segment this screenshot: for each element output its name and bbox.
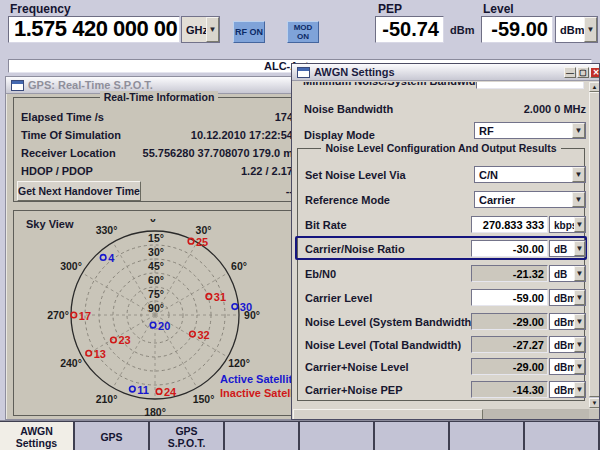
- row-label: Eb/N0: [305, 268, 336, 280]
- svg-text:45°: 45°: [148, 260, 164, 272]
- carrier-noise-pep-unit-select[interactable]: dBm ▼: [549, 381, 586, 398]
- row-label: Noise Level (System Bandwidth): [305, 316, 475, 328]
- noise-level-system-unit-select[interactable]: dBm ▼: [549, 313, 586, 330]
- restore-button[interactable]: ▢: [577, 67, 589, 78]
- softkey-tab-bar: AWGN Settings GPS GPS S.P.O.T.: [0, 420, 600, 450]
- tab-empty-4[interactable]: [450, 422, 523, 450]
- row-unit: dB: [554, 243, 567, 254]
- frequency-unit-select[interactable]: GHz ▼: [181, 16, 220, 43]
- awgn-dialog-content: Minimum Noise/System Bandwidth Ratio Noi…: [293, 82, 589, 408]
- svg-text:240°: 240°: [60, 357, 82, 369]
- awgn-dialog-title: AWGN Settings: [314, 66, 395, 78]
- tab-awgn-settings[interactable]: AWGN Settings: [0, 422, 73, 450]
- dropdown-arrow-icon[interactable]: ▼: [572, 123, 585, 138]
- row-label: Carrier+Noise PEP: [305, 384, 403, 396]
- dropdown-arrow-icon[interactable]: ▼: [574, 314, 585, 329]
- carrier-noise-level-field: -29.00: [471, 358, 548, 375]
- window-icon: [11, 80, 24, 91]
- carrier-noise-pep-field: -14.30: [471, 381, 548, 398]
- pep-value: -50.74: [376, 17, 443, 41]
- svg-text:150°: 150°: [193, 393, 215, 405]
- gps-spot-window: GPS: Real-Time S.P.O.T. Real-Time Inform…: [5, 76, 310, 420]
- awgn-settings-dialog: AWGN Settings — ▢ ✕ Minimum Noise/System…: [291, 63, 600, 420]
- frequency-display[interactable]: 1.575 420 000 00: [8, 16, 180, 43]
- carrier-level-field[interactable]: -59.00: [471, 289, 548, 306]
- close-button[interactable]: ✕: [590, 67, 600, 78]
- svg-text:15°: 15°: [148, 232, 164, 244]
- reference-mode-select[interactable]: Carrier ▼: [474, 191, 586, 208]
- carrier-noise-ratio-unit-select[interactable]: dB ▼: [549, 240, 586, 257]
- mod-on-button[interactable]: MOD ON: [287, 21, 319, 43]
- tab-empty-2[interactable]: [300, 422, 373, 450]
- dropdown-arrow-icon[interactable]: ▼: [574, 241, 585, 256]
- pep-display: -50.74: [375, 16, 444, 43]
- pep-label: PEP: [378, 2, 402, 16]
- level-unit: dBm: [560, 24, 584, 36]
- vertical-scroll-thumb[interactable]: [589, 92, 600, 397]
- display-mode-select[interactable]: RF ▼: [474, 122, 586, 139]
- svg-text:270°: 270°: [47, 309, 69, 321]
- row-label: Set Noise Level Via: [305, 169, 406, 181]
- tab-empty-5[interactable]: [525, 422, 598, 450]
- ebn0-unit-select[interactable]: dB ▼: [549, 265, 586, 282]
- scroll-down-icon[interactable]: ▼: [589, 398, 600, 408]
- svg-text:24: 24: [164, 386, 177, 398]
- level-value: -59.00: [482, 17, 552, 41]
- row-label: Bit Rate: [305, 219, 347, 231]
- level-display[interactable]: -59.00: [481, 16, 553, 43]
- realtime-info-title: Real-Time Information: [100, 91, 219, 103]
- tab-empty-3[interactable]: [375, 422, 448, 450]
- svg-text:90°: 90°: [148, 302, 164, 314]
- svg-text:4: 4: [108, 252, 115, 264]
- noise-bandwidth-label: Noise Bandwidth: [304, 103, 393, 115]
- horizontal-scroll-thumb[interactable]: [293, 409, 483, 420]
- info-row-value: 55.756280 37.708070 179.0 m: [143, 147, 293, 159]
- svg-text:23: 23: [118, 334, 130, 346]
- svg-text:17: 17: [79, 310, 91, 322]
- tab-gps[interactable]: GPS: [75, 422, 148, 450]
- dropdown-arrow-icon[interactable]: ▼: [572, 167, 585, 182]
- carrier-noise-ratio-field[interactable]: -30.00: [471, 240, 548, 257]
- dropdown-arrow-icon[interactable]: ▼: [572, 192, 585, 207]
- carrier-level-unit-select[interactable]: dBm ▼: [549, 289, 586, 306]
- display-mode-label: Display Mode: [304, 129, 375, 141]
- window-icon: [297, 67, 310, 78]
- tab-gps-spot[interactable]: GPS S.P.O.T.: [150, 422, 223, 450]
- dropdown-arrow-icon[interactable]: ▼: [574, 217, 585, 232]
- dropdown-arrow-icon[interactable]: ▼: [584, 17, 597, 42]
- row-value: C/N: [479, 169, 498, 181]
- dropdown-arrow-icon[interactable]: ▼: [574, 359, 585, 374]
- row-unit: dBm: [554, 384, 576, 395]
- rf-on-button[interactable]: RF ON: [233, 21, 265, 43]
- display-mode-value: RF: [479, 125, 494, 137]
- noise-level-total-field: -27.27: [471, 336, 548, 353]
- clipped-row-field[interactable]: [476, 82, 584, 89]
- row-label: Carrier Level: [305, 292, 372, 304]
- row-label: Carrier+Noise Level: [305, 361, 409, 373]
- row-value: Carrier: [479, 194, 515, 206]
- dropdown-arrow-icon[interactable]: ▼: [574, 266, 585, 281]
- level-unit-select[interactable]: dBm ▼: [555, 16, 598, 43]
- svg-text:25: 25: [196, 236, 208, 248]
- carrier-noise-level-unit-select[interactable]: dBm ▼: [549, 358, 586, 375]
- vertical-scrollbar[interactable]: ▲ ▼: [589, 82, 600, 408]
- tab-empty-1[interactable]: [225, 422, 298, 450]
- noise-level-system-field: -29.00: [471, 313, 548, 330]
- dropdown-arrow-icon[interactable]: ▼: [206, 17, 219, 42]
- gps-window-title: GPS: Real-Time S.P.O.T.: [28, 79, 153, 91]
- bit-rate-unit-select[interactable]: kbps ▼: [549, 216, 586, 233]
- noise-level-total-unit-select[interactable]: dBm ▼: [549, 336, 586, 353]
- frequency-value: 1.575 420 000 00: [9, 17, 179, 41]
- scroll-up-icon[interactable]: ▲: [589, 82, 600, 92]
- bit-rate-field[interactable]: 270.833 333: [471, 216, 548, 233]
- awgn-dialog-titlebar: AWGN Settings — ▢ ✕: [292, 64, 599, 81]
- get-next-handover-button[interactable]: Get Next Handover Time: [17, 181, 141, 201]
- dropdown-arrow-icon[interactable]: ▼: [574, 337, 585, 352]
- svg-text:30°: 30°: [148, 246, 164, 258]
- set-noise-level-via-select[interactable]: C/N ▼: [474, 166, 586, 183]
- info-row-label: Elapsed Time /s: [21, 111, 104, 123]
- minimize-button[interactable]: —: [564, 67, 576, 78]
- horizontal-scrollbar[interactable]: [293, 409, 589, 420]
- dropdown-arrow-icon[interactable]: ▼: [574, 290, 585, 305]
- dropdown-arrow-icon[interactable]: ▼: [574, 382, 585, 397]
